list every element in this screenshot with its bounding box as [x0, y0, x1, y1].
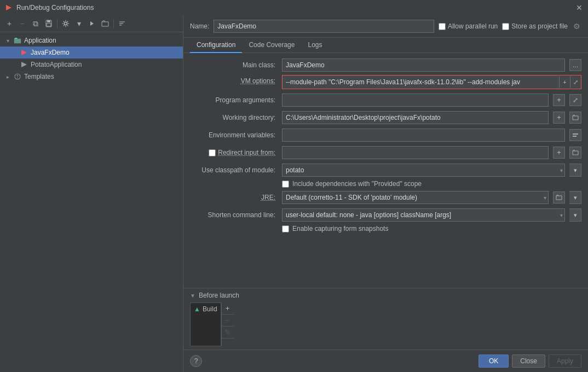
tab-code-coverage[interactable]: Code Coverage — [242, 38, 301, 53]
javafxdemo-label: JavaFxDemo — [31, 49, 70, 56]
working-dir-add-button[interactable]: + — [553, 112, 565, 124]
vm-options-add-button[interactable]: + — [559, 76, 570, 88]
close-button[interactable]: ✕ — [575, 3, 584, 12]
svg-rect-15 — [573, 136, 577, 137]
launch-item-build[interactable]: ▲ Build — [191, 303, 221, 315]
config-tabs: Configuration Code Coverage Logs — [183, 38, 588, 53]
svg-rect-14 — [573, 133, 578, 135]
tree-item-application[interactable]: ▾ Application — [0, 34, 183, 47]
tree-item-javafxdemo[interactable]: ▸ JavaFxDemo — [0, 47, 183, 59]
classpath-label: Use classpath of module: — [190, 166, 278, 174]
main-class-label: Main class: — [190, 61, 278, 69]
vm-options-input[interactable] — [283, 75, 559, 89]
dialog-title: Run/Debug Configurations — [16, 4, 572, 11]
shorten-cmd-dropdown-btn[interactable]: ▾ — [569, 208, 581, 222]
classpath-select[interactable]: potato — [282, 164, 565, 177]
arrow-right-button[interactable] — [86, 18, 98, 30]
before-launch-list-wrapper: ▲ Build + − ✎ — [190, 303, 581, 346]
action-buttons: OK Close Apply — [479, 354, 581, 368]
env-vars-row: Environment variables: — [190, 127, 581, 143]
working-dir-row: Working directory: + — [190, 110, 581, 125]
application-label: Application — [24, 37, 56, 44]
program-args-row: Program arguments: + ⤢ — [190, 92, 581, 108]
jre-row: JRE: Default (corretto-11 - SDK of 'pota… — [190, 190, 581, 205]
before-launch-add-button[interactable]: + — [222, 303, 234, 315]
jre-select[interactable]: Default (corretto-11 - SDK of 'potato' m… — [282, 191, 549, 204]
jre-dropdown-btn[interactable]: ▾ — [569, 191, 581, 204]
svg-rect-3 — [47, 24, 51, 26]
working-dir-input[interactable] — [282, 111, 549, 124]
svg-point-4 — [65, 22, 67, 25]
tree-item-templates[interactable]: ▸ Templates — [0, 71, 183, 83]
program-args-input[interactable] — [282, 94, 549, 107]
app-icon — [4, 3, 13, 12]
svg-marker-10 — [21, 62, 27, 67]
allow-parallel-row: Allow parallel run — [439, 22, 498, 30]
gear-settings-button[interactable]: ⚙ — [572, 21, 581, 32]
before-launch-section: ▼ Before launch ▲ Build + − ✎ — [183, 288, 588, 350]
potato-config-icon — [20, 60, 28, 69]
save-config-button[interactable] — [43, 18, 55, 30]
main-class-browse-button[interactable]: ... — [569, 59, 581, 71]
copy-config-button[interactable]: ⧉ — [30, 18, 42, 30]
tab-configuration[interactable]: Configuration — [190, 38, 242, 53]
templates-label: Templates — [24, 73, 54, 80]
remove-config-button[interactable]: − — [16, 18, 28, 30]
svg-point-13 — [17, 77, 18, 78]
redirect-folder-button[interactable] — [569, 147, 581, 159]
redirect-input-field[interactable] — [282, 146, 549, 159]
templates-icon — [13, 72, 22, 81]
config-tree: ▾ Application ▸ JavaFxDemo — [0, 32, 183, 372]
main-class-input[interactable] — [282, 59, 565, 72]
redirect-input-checkbox[interactable] — [209, 149, 216, 156]
working-dir-folder-button[interactable] — [569, 112, 581, 124]
classpath-dropdown-btn[interactable]: ▾ — [569, 164, 581, 177]
shorten-cmd-select[interactable]: user-local default: none - java [options… — [282, 208, 565, 222]
ok-button[interactable]: OK — [479, 354, 509, 368]
jre-folder-button[interactable] — [553, 191, 565, 204]
tree-toolbar: + − ⧉ ▾ — [0, 15, 183, 32]
store-project-file-label: Store as project file — [511, 22, 568, 30]
before-launch-edit-button[interactable]: ✎ — [222, 327, 234, 339]
redirect-add-button[interactable]: + — [553, 147, 565, 159]
tab-logs[interactable]: Logs — [301, 38, 328, 53]
before-launch-header[interactable]: ▼ Before launch — [190, 292, 581, 299]
vm-options-label: VM options: — [190, 75, 278, 85]
name-input[interactable] — [214, 20, 434, 33]
tree-item-potatoapplication[interactable]: ▸ PotatoApplication — [0, 59, 183, 71]
jre-dropdown-wrapper: Default (corretto-11 - SDK of 'potato' m… — [282, 191, 549, 204]
main-class-row: Main class: ... — [190, 57, 581, 73]
include-dep-checkbox[interactable] — [282, 181, 289, 188]
title-bar: Run/Debug Configurations ✕ — [0, 0, 588, 15]
javafxdemo-config-icon — [20, 48, 28, 57]
vm-options-expand-button[interactable]: ⤢ — [570, 76, 581, 88]
before-launch-label: Before launch — [199, 292, 239, 299]
before-launch-triangle: ▼ — [190, 293, 195, 299]
program-args-add-button[interactable]: + — [553, 94, 565, 106]
classpath-row: Use classpath of module: potato ▾ ▾ — [190, 162, 581, 178]
redirect-input-row: Redirect input from: + — [190, 145, 581, 160]
enable-capture-checkbox[interactable] — [282, 225, 289, 233]
enable-capture-row: Enable capturing form snapshots — [190, 225, 581, 233]
svg-marker-5 — [90, 21, 94, 26]
env-vars-label: Environment variables: — [190, 131, 278, 139]
folder-move-button[interactable] — [99, 18, 111, 30]
sort-button[interactable] — [116, 18, 128, 30]
add-config-button[interactable]: + — [3, 18, 15, 30]
shorten-cmd-label: Shorten command line: — [190, 211, 278, 219]
program-args-expand-button[interactable]: ⤢ — [569, 94, 581, 106]
env-vars-input[interactable] — [282, 129, 565, 142]
settings-config-button[interactable] — [60, 18, 72, 30]
store-project-file-row: Store as project file — [502, 22, 568, 30]
build-label: Build — [203, 305, 217, 313]
close-button[interactable]: Close — [512, 354, 545, 368]
store-project-file-checkbox[interactable] — [502, 23, 509, 30]
before-launch-remove-button[interactable]: − — [222, 315, 234, 327]
arrow-down-button[interactable]: ▾ — [73, 18, 85, 30]
help-button[interactable]: ? — [190, 355, 202, 367]
include-dep-row: Include dependencies with "Provided" sco… — [190, 180, 581, 188]
env-vars-edit-button[interactable] — [569, 129, 581, 141]
apply-button[interactable]: Apply — [549, 354, 581, 368]
allow-parallel-checkbox[interactable] — [439, 23, 446, 30]
toolbar-separator2 — [113, 19, 114, 28]
